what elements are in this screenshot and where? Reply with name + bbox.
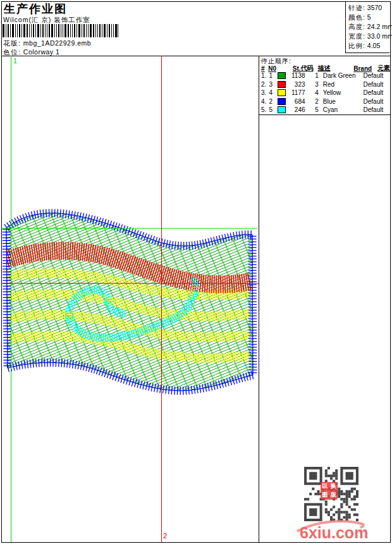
color-swatch: [278, 72, 286, 79]
color-row: 5.5 2465 CyanDefault: [259, 106, 390, 113]
color-row: 4.2 6842 BlueDefault: [259, 98, 390, 105]
stat-colors: 颜色: 5: [348, 13, 389, 22]
color-swatch: [278, 98, 286, 105]
pattern-row: 花版: mbg_1AD22929.emb: [3, 39, 91, 48]
site-watermark: 6xiu.com: [293, 517, 369, 541]
red-seal: 以 换 图 版: [321, 482, 338, 500]
start-marker-label: 1: [13, 57, 17, 65]
end-marker-label: 2: [163, 532, 167, 540]
page-title: 生产作业图: [4, 1, 67, 16]
watermark-text: 6xiu.com: [300, 524, 368, 541]
panel-divider-line: [259, 56, 259, 542]
stop-sequence-table: 停止顺序: # N0 St. 代码 描述 Brand 元素 1.1 11381 …: [259, 56, 390, 115]
colorway-label: 色位:: [3, 48, 21, 56]
stat-height: 高度: 24.2 mm: [348, 22, 389, 32]
pattern-label: 花版:: [3, 39, 21, 47]
color-row: 3.4 11774 YellowDefault: [259, 89, 390, 96]
color-swatch: [278, 81, 286, 88]
color-swatch: [278, 89, 286, 96]
stat-width: 宽度: 33.0 mm: [348, 32, 389, 41]
colorway-value: Colorway 1: [23, 48, 60, 56]
stat-scale: 比例: 4.05: [348, 41, 389, 51]
color-row: 2.3 3233 RedDefault: [259, 81, 390, 88]
worksheet-page: { "page": { "title": "生产作业图", "company":…: [0, 0, 392, 544]
color-swatch: [278, 106, 286, 113]
color-row: 1.1 11381 Dark GreenDefault: [259, 72, 390, 79]
design-preview: 1 2: [1, 56, 259, 542]
company-name: Wilcom(汇 京) 装饰工作室: [3, 16, 90, 25]
stat-stitches: 针迹: 3570: [348, 3, 389, 13]
stop-sequence-header: # N0 St. 代码 描述 Brand 元素: [259, 64, 390, 73]
pattern-value: mbg_1AD22929.emb: [23, 39, 91, 47]
barcode: [3, 24, 119, 37]
design-stats-box: 针迹: 3570 颜色: 5 高度: 24.2 mm 宽度: 33.0 mm 比…: [345, 1, 389, 53]
flag-lattice-fill: [6, 213, 253, 391]
